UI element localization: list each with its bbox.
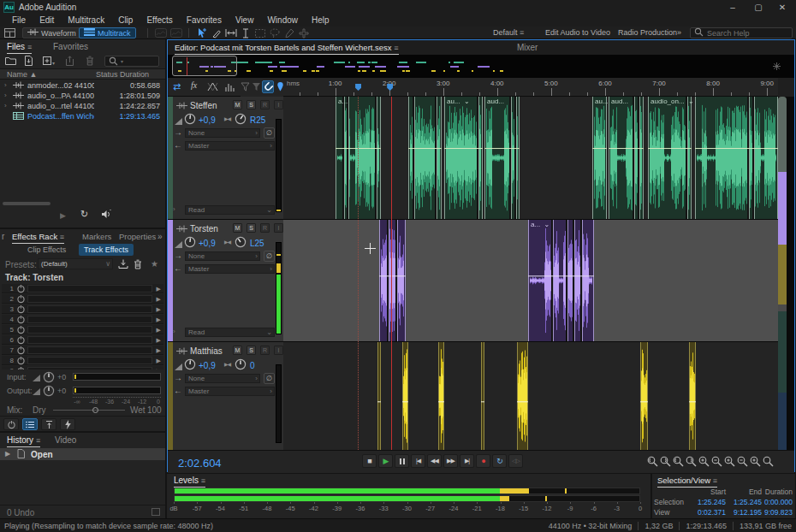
favorite-star-icon[interactable]: ★ bbox=[151, 259, 158, 269]
menu-effects[interactable]: Effects bbox=[140, 15, 179, 27]
delete-preset-icon[interactable] bbox=[134, 259, 142, 271]
transport-fast-forward-button[interactable]: ▶▶ bbox=[443, 454, 458, 468]
marquee-selection-tool-icon[interactable] bbox=[253, 27, 266, 38]
effect-slot-3[interactable]: 3 ▶ bbox=[2, 304, 163, 314]
snapping-magnet-icon[interactable] bbox=[262, 80, 274, 93]
zoom-out-amplitude-icon[interactable] bbox=[737, 456, 749, 467]
tab-history[interactable]: History ≡ bbox=[7, 435, 40, 447]
track-monitor-button[interactable]: I bbox=[274, 100, 283, 109]
pan-knob[interactable] bbox=[235, 113, 247, 127]
metering-histogram-icon[interactable] bbox=[224, 82, 235, 93]
paintbrush-tool-icon[interactable] bbox=[282, 27, 295, 38]
effect-slot-9[interactable]: 9 ▶ bbox=[2, 366, 163, 369]
snap-to-ruler-icon[interactable] bbox=[252, 82, 261, 93]
volume-value[interactable]: +0,9 bbox=[199, 239, 216, 248]
mix-slider-handle[interactable] bbox=[92, 407, 98, 413]
zoom-in-amplitude-icon[interactable] bbox=[750, 456, 762, 467]
transport-pause-button[interactable] bbox=[395, 454, 409, 468]
trash-icon[interactable] bbox=[86, 56, 94, 68]
volume-value[interactable]: +0,9 bbox=[199, 115, 216, 125]
volume-knob[interactable] bbox=[184, 113, 196, 127]
lasso-selection-tool-icon[interactable] bbox=[268, 27, 281, 38]
effect-slot-7[interactable]: 7 ▶ bbox=[2, 346, 163, 355]
timeline-marker[interactable] bbox=[387, 84, 393, 91]
tracks-vertical-scrollbar[interactable] bbox=[778, 304, 787, 311]
zoom-in-at-in-point-icon[interactable] bbox=[647, 456, 659, 467]
minimize-button[interactable]: – bbox=[721, 0, 745, 15]
close-button[interactable]: ✕ bbox=[770, 0, 794, 15]
volume-knob[interactable] bbox=[184, 358, 196, 372]
search-help-box[interactable] bbox=[690, 27, 793, 38]
track-header-matthias[interactable]: MatthiasMSRI+0,9▶◀0→None›∅←Master› bbox=[168, 342, 283, 450]
rack-power-icon[interactable] bbox=[3, 418, 19, 430]
overview-view-rectangle[interactable] bbox=[172, 56, 237, 76]
phase-invert-button[interactable]: ∅ bbox=[264, 251, 275, 262]
gain-knob[interactable] bbox=[43, 371, 55, 385]
tab-selection-view[interactable]: Selection/View ≡ bbox=[657, 476, 717, 488]
tab-effects-rack[interactable]: Effects Rack ≡ bbox=[12, 232, 64, 244]
effect-slot-5[interactable]: 5 ▶ bbox=[2, 325, 163, 334]
history-entry[interactable]: ▶ Open bbox=[0, 448, 165, 460]
workspace-edit-audio-to-video[interactable]: Edit Audio to Video bbox=[545, 28, 610, 37]
playhead-time-display[interactable]: 2:02.604 bbox=[178, 457, 222, 470]
phase-invert-button[interactable]: ∅ bbox=[264, 373, 275, 384]
track-output-dropdown[interactable]: Master› bbox=[185, 141, 275, 151]
menu-clip[interactable]: Clip bbox=[111, 15, 140, 27]
playhead-line[interactable] bbox=[391, 97, 392, 450]
effect-slot-1[interactable]: 1 ▶ bbox=[2, 284, 163, 293]
tracks-vertical-scrollbar[interactable] bbox=[778, 245, 787, 304]
search-help-input[interactable] bbox=[707, 29, 784, 38]
transport-rewind-button[interactable]: ◀◀ bbox=[427, 454, 442, 468]
menu-file[interactable]: File bbox=[5, 15, 33, 27]
transport-stop-button[interactable]: ■ bbox=[362, 454, 377, 468]
transport-skip-forward-button[interactable]: ▶| bbox=[460, 454, 474, 468]
track-header-steffen[interactable]: SteffenMSRI+0,9▶◀R25→None›∅←Master››Read… bbox=[168, 97, 283, 219]
transport-skip-back-button[interactable]: |◀ bbox=[411, 454, 425, 468]
spectral-pitch-display-icon[interactable] bbox=[169, 27, 182, 38]
file-row[interactable]: › audio_o...PA 44100 1.wav 1:28:01.509 bbox=[0, 91, 165, 101]
pan-value[interactable]: 0 bbox=[250, 361, 255, 370]
tab-properties[interactable]: Properties bbox=[119, 232, 156, 241]
volume-value[interactable]: +0,9 bbox=[199, 361, 216, 370]
tracks-vertical-scrollbar[interactable] bbox=[778, 393, 787, 450]
panel-grid-icon[interactable] bbox=[3, 27, 16, 38]
track-record-arm-button[interactable]: R bbox=[260, 100, 270, 109]
pre-render-icon[interactable] bbox=[41, 418, 56, 430]
clip-effects-fx-icon[interactable]: fx bbox=[191, 80, 197, 90]
export-icon[interactable] bbox=[65, 56, 74, 68]
move-tool-icon[interactable] bbox=[195, 27, 208, 38]
zoom-to-selection-icon[interactable] bbox=[698, 456, 710, 467]
automation-mode-dropdown[interactable]: Read⌄ bbox=[185, 205, 275, 215]
spectral-frequency-display-icon[interactable] bbox=[154, 27, 167, 38]
presets-dropdown[interactable]: (Default)∨ bbox=[38, 258, 113, 269]
track-name[interactable]: Matthias bbox=[190, 346, 223, 356]
auto-play-speaker-icon[interactable] bbox=[101, 210, 113, 221]
tracks-vertical-scrollbar[interactable] bbox=[778, 311, 787, 393]
workspace-default[interactable]: Default ≡ bbox=[493, 28, 524, 37]
effect-slot-4[interactable]: 4 ▶ bbox=[2, 315, 163, 324]
transport-record-button[interactable]: ● bbox=[476, 454, 490, 468]
preview-play-icon[interactable]: ▶ bbox=[60, 210, 66, 220]
effect-power-icon[interactable] bbox=[16, 366, 26, 369]
track-header-torsten[interactable]: TorstenMSRI+0,9▶◀L25→None›∅←Master››Read… bbox=[168, 220, 283, 341]
file-row[interactable]: › audio_o...rtel 44100 1.wav 1:24:22.857 bbox=[0, 101, 165, 111]
time-selection-tool-icon[interactable] bbox=[239, 27, 252, 38]
tab-mixer[interactable]: Mixer bbox=[517, 43, 538, 52]
clip-effects-subtab[interactable]: Clip Effects bbox=[22, 244, 71, 256]
panel-options-icon[interactable] bbox=[151, 508, 160, 516]
volume-knob[interactable] bbox=[184, 236, 196, 250]
tab-stub[interactable]: r bbox=[2, 232, 4, 241]
gain-knob[interactable] bbox=[43, 385, 55, 399]
tab-markers[interactable]: Markers bbox=[82, 232, 111, 241]
track-solo-button[interactable]: S bbox=[247, 223, 256, 233]
preview-loop-icon[interactable]: ↻ bbox=[80, 209, 88, 220]
zoom-in-time-icon[interactable] bbox=[724, 456, 736, 467]
spot-healing-brush-tool-icon[interactable] bbox=[297, 27, 310, 38]
rack-list-view-icon[interactable] bbox=[22, 418, 38, 430]
phase-invert-button[interactable]: ∅ bbox=[264, 127, 275, 139]
transport-move-playhead-to-selection-button[interactable]: ◁▷ bbox=[508, 454, 523, 468]
menu-help[interactable]: Help bbox=[305, 15, 336, 27]
track-mute-button[interactable]: M bbox=[233, 100, 242, 109]
menu-favorites[interactable]: Favorites bbox=[180, 15, 229, 27]
menu-view[interactable]: View bbox=[229, 15, 261, 27]
